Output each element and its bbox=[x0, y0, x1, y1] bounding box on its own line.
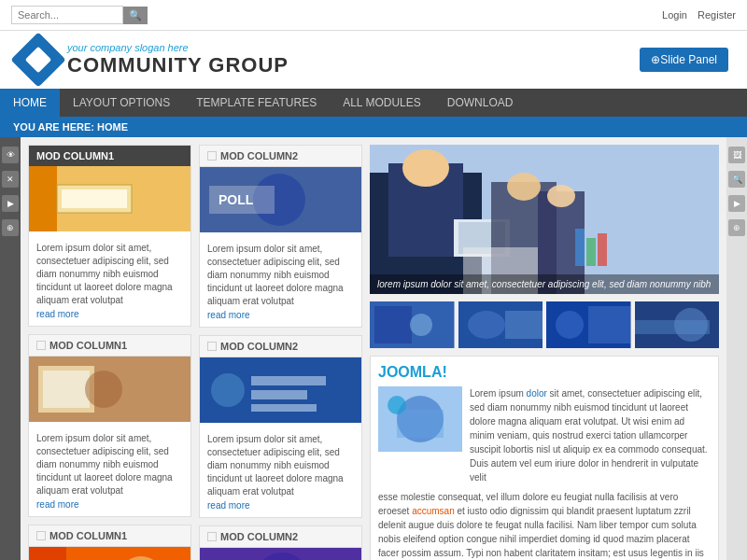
mod-col1-readmore1[interactable]: read more bbox=[36, 309, 79, 319]
mod-col2-img3: BluRay bbox=[200, 548, 361, 560]
top-links: Login Register bbox=[655, 9, 736, 21]
accumsan-link[interactable]: accumsan bbox=[412, 506, 455, 516]
search-box: 🔍 bbox=[11, 6, 148, 24]
mod-col2-square-icon3 bbox=[207, 532, 217, 541]
svg-rect-38 bbox=[586, 238, 596, 266]
joomla-section: JOOMLA! Lorem ipsum dolor sit amet, co bbox=[370, 356, 719, 560]
svg-point-42 bbox=[410, 314, 432, 336]
search-button[interactable]: 🔍 bbox=[123, 7, 148, 24]
left-sidebar: 👁 ✕ ▶ ⊕ bbox=[0, 137, 21, 560]
mid-column: MOD COLUMN2 POLL Lorem ipsum dolor sit a… bbox=[199, 145, 362, 560]
hero-image: lorem ipsum dolor sit amet, consectetuer… bbox=[370, 145, 719, 294]
right-sidebar-search-icon[interactable]: 🔍 bbox=[728, 171, 745, 188]
logo-slogan: your company slogan here bbox=[67, 42, 289, 53]
mod-col2-img1: POLL bbox=[200, 167, 361, 232]
left-sidebar-eye-icon[interactable]: 👁 bbox=[2, 147, 19, 163]
svg-point-29 bbox=[402, 149, 449, 187]
thumb-2 bbox=[458, 301, 543, 348]
svg-rect-39 bbox=[598, 233, 607, 266]
mod-col1-text1: Lorem ipsum dolor sit amet, consectetuer… bbox=[36, 242, 183, 307]
slide-panel-button[interactable]: ⊕Slide Panel bbox=[640, 48, 728, 72]
header: your company slogan here COMMUNITY GROUP… bbox=[0, 31, 747, 89]
mod-col1-text2: Lorem ipsum dolor sit amet, consectetuer… bbox=[36, 432, 183, 497]
left-sidebar-x-icon[interactable]: ✕ bbox=[2, 171, 19, 188]
nav-item-layout[interactable]: LAYOUT OPTIONS bbox=[60, 89, 183, 117]
svg-rect-21 bbox=[251, 404, 317, 412]
logo-icon-inner bbox=[25, 47, 51, 73]
breadcrumb: YOU ARE HERE: HOME bbox=[0, 117, 747, 137]
mod-col1-readmore2[interactable]: read more bbox=[36, 499, 79, 510]
mod-col1-square-icon2 bbox=[36, 341, 46, 350]
svg-point-34 bbox=[507, 173, 541, 201]
mod-col1-box2: MOD COLUMN1 Lorem ipsum dolor sit amet, … bbox=[28, 334, 191, 517]
mod-col2-box1: MOD COLUMN2 POLL Lorem ipsum dolor sit a… bbox=[199, 145, 362, 328]
svg-rect-1 bbox=[29, 166, 57, 231]
mod-col2-readmore1[interactable]: read more bbox=[207, 310, 250, 320]
mod-col2-header1: MOD COLUMN2 bbox=[200, 146, 361, 167]
svg-rect-48 bbox=[588, 306, 630, 343]
mod-col2-header2: MOD COLUMN2 bbox=[200, 336, 361, 357]
svg-rect-10 bbox=[29, 547, 66, 560]
svg-point-47 bbox=[556, 311, 584, 339]
nav-item-modules[interactable]: ALL MODULES bbox=[330, 89, 434, 117]
nav-item-home[interactable]: HOME bbox=[0, 89, 60, 117]
logo-icon bbox=[10, 32, 65, 87]
joomla-dolor-link[interactable]: dolor bbox=[527, 388, 547, 399]
svg-rect-19 bbox=[251, 376, 326, 385]
mod-col2-square-icon1 bbox=[207, 151, 217, 161]
mod-col1-box3: MOD COLUMN1 bbox=[28, 525, 191, 560]
joomla-image bbox=[378, 386, 462, 452]
thumb-3 bbox=[546, 301, 631, 348]
left-sidebar-play-icon[interactable]: ▶ bbox=[2, 195, 19, 212]
joomla-content: Lorem ipsum dolor sit amet, consectetuer… bbox=[378, 386, 711, 484]
mod-col1-img3 bbox=[29, 547, 190, 560]
svg-text:POLL: POLL bbox=[218, 192, 254, 207]
mod-col2-header3: MOD COLUMN2 bbox=[200, 526, 361, 548]
joomla-text: Lorem ipsum dolor sit amet, consectetuer… bbox=[470, 386, 711, 484]
joomla-long-text: esse molestie consequat, vel illum dolor… bbox=[378, 490, 711, 560]
register-link[interactable]: Register bbox=[698, 9, 736, 21]
mod-col1-square-icon3 bbox=[36, 531, 46, 540]
svg-point-35 bbox=[547, 185, 575, 207]
logo-text-area: your company slogan here COMMUNITY GROUP bbox=[67, 42, 289, 77]
svg-point-8 bbox=[85, 371, 122, 408]
svg-rect-54 bbox=[397, 410, 444, 438]
thumb-row bbox=[370, 301, 719, 348]
page-wrapper: 🔍 Login Register your company slogan her… bbox=[0, 0, 747, 560]
svg-rect-7 bbox=[43, 371, 90, 408]
mod-col1-img2 bbox=[29, 357, 190, 422]
main-nav: HOME LAYOUT OPTIONS TEMPLATE FEATURES AL… bbox=[0, 89, 747, 117]
content-area: 👁 ✕ ▶ ⊕ MOD COLUMN1 bbox=[0, 137, 747, 560]
nav-item-download[interactable]: DOWNLOAD bbox=[434, 89, 527, 117]
left-column: MOD COLUMN1 Lorem ipsum dolor sit amet, … bbox=[28, 145, 191, 560]
mod-col1-body2: Lorem ipsum dolor sit amet, consectetuer… bbox=[29, 422, 190, 516]
mod-col2-text2: Lorem ipsum dolor sit amet, consectetuer… bbox=[207, 433, 354, 498]
mod-col2-box3: MOD COLUMN2 BluRay bbox=[199, 525, 362, 560]
mod-col1-img1 bbox=[29, 166, 190, 231]
logo-area: your company slogan here COMMUNITY GROUP bbox=[19, 40, 289, 79]
svg-rect-20 bbox=[251, 390, 307, 399]
mod-col2-img2 bbox=[200, 357, 361, 423]
nav-item-template[interactable]: TEMPLATE FEATURES bbox=[183, 89, 330, 117]
mod-col2-readmore2[interactable]: read more bbox=[207, 500, 250, 511]
mod-col2-body1: Lorem ipsum dolor sit amet, consectetuer… bbox=[200, 232, 361, 327]
mod-col1-header3: MOD COLUMN1 bbox=[29, 525, 190, 547]
svg-rect-45 bbox=[505, 311, 543, 339]
right-sidebar-image-icon[interactable]: 🖼 bbox=[728, 147, 745, 163]
right-sidebar-play-icon[interactable]: ▶ bbox=[728, 195, 745, 212]
login-link[interactable]: Login bbox=[662, 9, 687, 21]
right-column: lorem ipsum dolor sit amet, consectetuer… bbox=[370, 145, 719, 560]
svg-rect-4 bbox=[62, 189, 127, 208]
right-sidebar-plus-icon[interactable]: ⊕ bbox=[728, 219, 745, 236]
joomla-title: JOOMLA! bbox=[378, 364, 711, 381]
main-content: MOD COLUMN1 Lorem ipsum dolor sit amet, … bbox=[21, 137, 726, 560]
svg-point-51 bbox=[674, 308, 708, 342]
mod-col2-body2: Lorem ipsum dolor sit amet, consectetuer… bbox=[200, 423, 361, 517]
left-sidebar-plus-icon[interactable]: ⊕ bbox=[2, 219, 19, 236]
svg-point-44 bbox=[468, 311, 505, 339]
hero-caption: lorem ipsum dolor sit amet, consectetuer… bbox=[370, 274, 719, 294]
svg-point-55 bbox=[388, 396, 406, 414]
svg-rect-41 bbox=[374, 306, 412, 343]
thumb-4 bbox=[635, 301, 720, 348]
search-input[interactable] bbox=[11, 6, 123, 24]
